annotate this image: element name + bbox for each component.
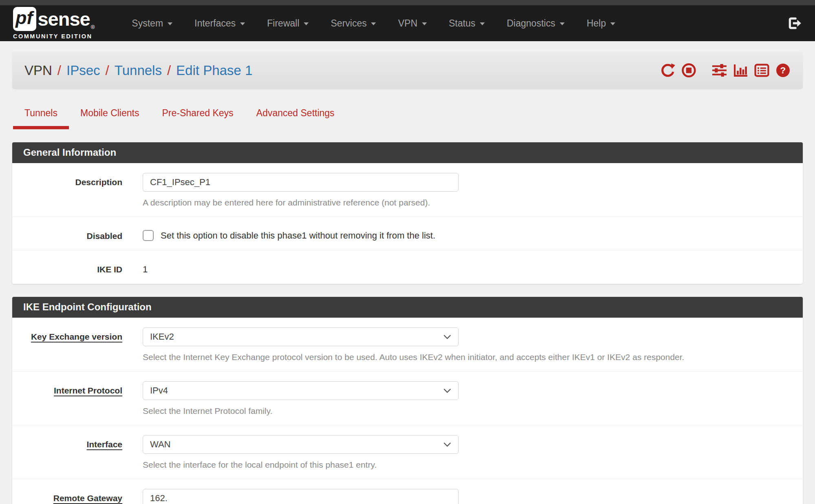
sliders-icon[interactable] [712, 63, 727, 78]
nav-item-diagnostics[interactable]: Diagnostics [496, 5, 576, 41]
nav-item-label: VPN [398, 18, 417, 29]
ipsec-tab-bar: Tunnels Mobile Clients Pre-Shared Keys A… [12, 101, 803, 129]
caret-down-icon [304, 22, 309, 25]
chevron-down-icon [443, 388, 451, 393]
internet-protocol-select[interactable]: IPv4 [143, 381, 459, 400]
general-information-panel: General Information Description A descri… [12, 142, 803, 284]
chevron-down-icon [443, 334, 451, 340]
tab-advanced-settings[interactable]: Advanced Settings [245, 101, 346, 129]
internet-protocol-selected-value: IPv4 [150, 385, 168, 396]
nav-item-help[interactable]: Help [576, 5, 626, 41]
nav-item-label: Interfaces [194, 18, 236, 29]
key-exchange-label: Key Exchange version [12, 327, 143, 342]
nav-item-label: Firewall [267, 18, 299, 29]
description-label: Description [12, 173, 143, 187]
nav-item-status[interactable]: Status [438, 5, 496, 41]
logout-button[interactable] [786, 15, 802, 31]
breadcrumb-link-ipsec[interactable]: IPsec [66, 63, 100, 78]
interface-select[interactable]: WAN [143, 435, 459, 454]
top-strip [0, 0, 815, 5]
nav-item-label: Diagnostics [507, 18, 555, 29]
nav-item-vpn[interactable]: VPN [387, 5, 437, 41]
key-exchange-row: Key Exchange version IKEv2 Select the In… [12, 318, 803, 371]
ike-endpoint-configuration-panel: IKE Endpoint Configuration Key Exchange … [12, 297, 803, 504]
description-input[interactable] [143, 173, 459, 192]
interface-help-text: Select the interface for the local endpo… [143, 460, 459, 470]
pf-logo-box: pf [13, 7, 36, 31]
help-icon[interactable]: ? [775, 63, 791, 78]
panel-title: IKE Endpoint Configuration [12, 297, 803, 318]
panel-title: General Information [12, 142, 803, 163]
disabled-label: Disabled [12, 227, 143, 241]
breadcrumb-link-tunnels[interactable]: Tunnels [115, 63, 162, 78]
nav-item-label: Help [587, 18, 606, 29]
disabled-row: Disabled Set this option to disable this… [12, 217, 803, 250]
log-list-icon[interactable] [754, 63, 769, 78]
breadcrumb-separator: / [57, 63, 61, 78]
registered-mark: ® [91, 24, 95, 30]
svg-text:?: ? [780, 65, 786, 75]
ike-id-value: 1 [143, 260, 148, 275]
key-exchange-select[interactable]: IKEv2 [143, 327, 459, 346]
caret-down-icon [371, 22, 376, 25]
pfsense-logo[interactable]: pf sense ® COMMUNITY EDITION [13, 7, 95, 40]
interface-row: Interface WAN Select the interface for t… [12, 425, 803, 479]
bar-chart-icon[interactable] [733, 63, 748, 78]
interface-label: Interface [12, 435, 143, 449]
refresh-icon[interactable] [660, 63, 675, 78]
breadcrumb-root: VPN [24, 63, 52, 78]
nav-item-services[interactable]: Services [320, 5, 387, 41]
remote-gateway-label: Remote Gateway [12, 489, 143, 503]
description-help-text: A description may be entered here for ad… [143, 198, 459, 208]
tab-mobile-clients[interactable]: Mobile Clients [69, 101, 150, 129]
internet-protocol-label: Internet Protocol [12, 381, 143, 396]
ike-id-row: IKE ID 1 [12, 250, 803, 284]
remote-gateway-row: Remote Gateway Enter the public IP addre… [12, 479, 803, 504]
key-exchange-selected-value: IKEv2 [150, 332, 174, 342]
nav-menu: System Interfaces Firewall Services VPN … [121, 5, 626, 41]
key-exchange-help-text: Select the Internet Key Exchange protoco… [143, 352, 684, 362]
tab-tunnels[interactable]: Tunnels [13, 101, 69, 129]
sense-logo-text: sense [38, 9, 90, 29]
ike-id-label: IKE ID [12, 260, 143, 274]
breadcrumb: VPN / IPsec / Tunnels / Edit Phase 1 [24, 63, 252, 78]
caret-down-icon [168, 22, 172, 25]
main-navbar: pf sense ® COMMUNITY EDITION System Inte… [0, 5, 815, 41]
caret-down-icon [422, 22, 427, 25]
stop-refresh-icon[interactable] [681, 63, 696, 78]
disabled-checkbox[interactable] [143, 230, 154, 241]
sign-out-icon [786, 15, 802, 31]
nav-item-label: Services [331, 18, 367, 29]
caret-down-icon [560, 22, 565, 25]
page-action-icons: ? [660, 63, 791, 78]
internet-protocol-help-text: Select the Internet Protocol family. [143, 406, 459, 416]
community-edition-label: COMMUNITY EDITION [13, 33, 95, 40]
nav-item-firewall[interactable]: Firewall [256, 5, 320, 41]
caret-down-icon [610, 22, 615, 25]
disabled-checkbox-label: Set this option to disable this phase1 w… [161, 230, 435, 241]
remote-gateway-input[interactable] [143, 489, 459, 504]
caret-down-icon [480, 22, 485, 25]
nav-item-system[interactable]: System [121, 5, 183, 41]
chevron-down-icon [443, 442, 451, 447]
nav-item-interfaces[interactable]: Interfaces [183, 5, 256, 41]
tab-pre-shared-keys[interactable]: Pre-Shared Keys [150, 101, 245, 129]
caret-down-icon [240, 22, 245, 25]
breadcrumb-link-edit-phase1[interactable]: Edit Phase 1 [176, 63, 252, 78]
nav-item-label: Status [449, 18, 475, 29]
nav-item-label: System [132, 18, 163, 29]
description-row: Description A description may be entered… [12, 163, 803, 217]
breadcrumb-bar: VPN / IPsec / Tunnels / Edit Phase 1 [12, 52, 803, 89]
internet-protocol-row: Internet Protocol IPv4 Select the Intern… [12, 371, 803, 425]
pfsense-page: pf sense ® COMMUNITY EDITION System Inte… [0, 0, 815, 504]
breadcrumb-separator: / [106, 63, 109, 78]
breadcrumb-separator: / [167, 63, 171, 78]
interface-selected-value: WAN [150, 439, 171, 450]
